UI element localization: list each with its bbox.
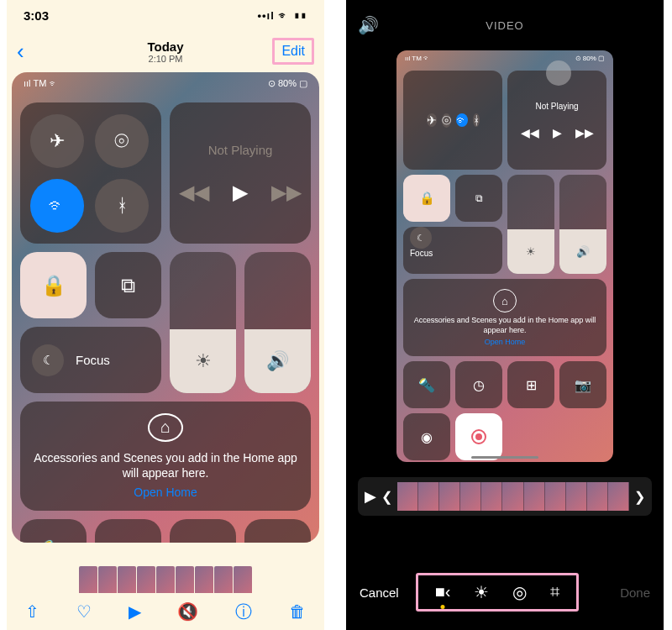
video-tool-icon[interactable]: ■‹ bbox=[435, 582, 451, 602]
timeline-frames[interactable] bbox=[397, 482, 629, 511]
camera-icon-sm: 📷 bbox=[559, 361, 606, 408]
rotation-lock-icon-sm: 🔒 bbox=[403, 175, 450, 222]
bottom-toolbar: ⇧ ♡ ▶ 🔇 ⓘ 🗑 bbox=[7, 593, 324, 630]
video-scrubber[interactable]: ▶ ❮ ❯ bbox=[358, 477, 652, 516]
status-indicators: ••ıl ᯤ ▮▮ bbox=[257, 9, 307, 22]
back-chevron-icon[interactable]: ‹ bbox=[17, 39, 24, 65]
trash-icon[interactable]: 🗑 bbox=[289, 602, 306, 622]
trim-handle-right-icon[interactable]: ❯ bbox=[634, 489, 645, 505]
done-button[interactable]: Done bbox=[620, 585, 650, 600]
screen-mirror-icon: ⧉ bbox=[95, 252, 161, 318]
camera-icon: 📷 bbox=[244, 519, 311, 543]
moon-icon-sm: ☾ bbox=[410, 227, 432, 249]
control-center: ✈ ⦾ ᯤ ᚼ Not Playing ◀◀ ▶ ▶▶ � bbox=[12, 102, 319, 543]
cancel-button[interactable]: Cancel bbox=[360, 585, 399, 600]
timer-icon: ◷ bbox=[95, 519, 161, 543]
home-icon-sm: ⌂ bbox=[493, 289, 517, 312]
next-icon: ▶▶ bbox=[271, 181, 302, 204]
speaker-icon: 🔊 bbox=[244, 329, 311, 393]
timer-icon-sm: ◷ bbox=[455, 361, 502, 408]
mute-icon[interactable]: 🔇 bbox=[177, 601, 198, 622]
crop-tool-icon[interactable]: ⌗ bbox=[550, 582, 559, 602]
media-tile: Not Playing ◀◀ ▶ ▶▶ bbox=[170, 102, 311, 244]
favorite-icon[interactable]: ♡ bbox=[76, 601, 92, 622]
focus-tile-sm: ☾ Focus bbox=[403, 227, 502, 274]
status-time: 3:03 bbox=[24, 8, 49, 23]
airplane-icon-sm: ✈ bbox=[427, 113, 437, 127]
brightness-slider: ☀ bbox=[170, 252, 236, 393]
focus-label: Focus bbox=[76, 353, 110, 367]
play-icon: ▶ bbox=[233, 181, 248, 204]
status-bar: 3:03 ••ıl ᯤ ▮▮ bbox=[7, 0, 324, 30]
screen-mirror-icon-sm: ⧉ bbox=[455, 175, 502, 222]
focus-tile: ☾ Focus bbox=[20, 327, 161, 393]
thumbnail-strip[interactable] bbox=[7, 566, 324, 596]
sun-icon: ☀ bbox=[170, 329, 236, 393]
assistive-touch-icon bbox=[546, 60, 571, 86]
preview-status-bar-sm: ııl TM ᯤ ⊙ 80% ▢ bbox=[396, 50, 613, 66]
prev-icon: ◀◀ bbox=[179, 181, 209, 204]
edit-button[interactable]: Edit bbox=[272, 38, 314, 65]
connectivity-tile: ✈ ⦾ ᯤ ᚼ bbox=[20, 102, 161, 244]
antenna-icon-sm: ⦾ bbox=[442, 113, 451, 128]
nav-title-time: 2:10 PM bbox=[147, 54, 183, 64]
editor-preview[interactable]: ııl TM ᯤ ⊙ 80% ▢ ✈ ⦾ ᯤ ᚼ Not Playing ◀◀▶… bbox=[396, 50, 613, 462]
video-preview[interactable]: ııl TM ᯤ ⊙ 80% ▢ ✈ ⦾ ᯤ ᚼ Not Playing ◀◀ … bbox=[12, 72, 319, 543]
volume-slider: 🔊 bbox=[244, 252, 311, 393]
scrubber-play-icon[interactable]: ▶ bbox=[365, 487, 376, 506]
home-message: Accessories and Scenes you add in the Ho… bbox=[32, 450, 299, 480]
antenna-icon: ⦾ bbox=[95, 114, 149, 168]
home-icon: ⌂ bbox=[148, 413, 183, 442]
moon-icon: ☾ bbox=[32, 344, 64, 376]
screen-record-icon-sm bbox=[455, 413, 502, 460]
share-icon[interactable]: ⇧ bbox=[25, 601, 39, 622]
editor-actions: Cancel ■‹ ☀ ◎ ⌗ Done bbox=[346, 573, 664, 612]
not-playing-label: Not Playing bbox=[208, 143, 273, 157]
volume-slider-sm: 🔊 bbox=[559, 175, 606, 274]
bluetooth-icon-sm: ᚼ bbox=[473, 113, 480, 127]
preview-status-bar: ııl TM ᯤ ⊙ 80% ▢ bbox=[12, 72, 319, 94]
wifi-icon-sm: ᯤ bbox=[456, 113, 468, 127]
edit-tools-highlighted: ■‹ ☀ ◎ ⌗ bbox=[416, 573, 580, 612]
trim-handle-left-icon[interactable]: ❮ bbox=[381, 489, 392, 505]
magnifier-icon-sm: ◉ bbox=[403, 413, 450, 460]
nav-title-day: Today bbox=[147, 39, 183, 54]
adjust-tool-icon[interactable]: ☀ bbox=[474, 582, 489, 602]
flashlight-icon: 🔦 bbox=[20, 519, 87, 543]
wifi-icon: ᯤ bbox=[30, 179, 84, 233]
home-tile: ⌂ Accessories and Scenes you add in the … bbox=[20, 402, 311, 511]
right-phone-video-editor: 🔊 VIDEO ııl TM ᯤ ⊙ 80% ▢ ✈ ⦾ ᯤ ᚼ Not Pla… bbox=[346, 0, 664, 630]
filters-tool-icon[interactable]: ◎ bbox=[512, 582, 527, 602]
left-phone-photos-app: 3:03 ••ıl ᯤ ▮▮ ‹ Today 2:10 PM Edit ııl … bbox=[7, 0, 324, 630]
volume-icon[interactable]: 🔊 bbox=[358, 15, 379, 35]
preview-carrier: ııl TM ᯤ bbox=[24, 78, 58, 88]
play-button-icon[interactable]: ▶ bbox=[129, 601, 141, 622]
airplane-icon: ✈ bbox=[30, 114, 84, 168]
nav-title: Today 2:10 PM bbox=[147, 39, 183, 64]
home-indicator bbox=[471, 456, 538, 459]
connectivity-tile-sm: ✈ ⦾ ᯤ ᚼ bbox=[403, 71, 502, 170]
rotation-lock-icon: 🔒 bbox=[20, 252, 87, 318]
bluetooth-icon: ᚼ bbox=[95, 179, 149, 233]
calculator-icon: ⊞ bbox=[170, 519, 236, 543]
nav-bar: ‹ Today 2:10 PM Edit bbox=[7, 30, 324, 72]
preview-battery: ⊙ 80% ▢ bbox=[268, 78, 307, 89]
video-title: VIDEO bbox=[486, 19, 523, 32]
home-tile-sm: ⌂ Accessories and Scenes you add in the … bbox=[403, 279, 606, 356]
brightness-slider-sm: ☀ bbox=[507, 175, 554, 274]
control-center-sm: ✈ ⦾ ᯤ ᚼ Not Playing ◀◀▶▶▶ 🔒 ⧉ bbox=[396, 71, 613, 460]
open-home-link: Open Home bbox=[134, 486, 197, 499]
info-icon[interactable]: ⓘ bbox=[235, 601, 252, 623]
flashlight-icon-sm: 🔦 bbox=[403, 361, 450, 408]
calculator-icon-sm: ⊞ bbox=[507, 361, 554, 408]
editor-header: 🔊 VIDEO bbox=[346, 0, 664, 50]
